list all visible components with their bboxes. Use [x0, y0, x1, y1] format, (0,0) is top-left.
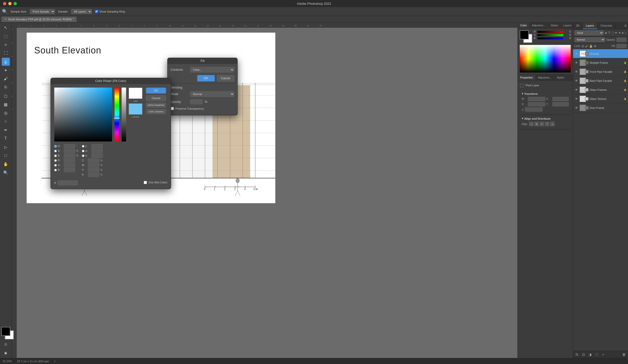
- m-input[interactable]: 5: [88, 163, 99, 167]
- b-radio[interactable]: [54, 155, 57, 157]
- effect-filter-icon[interactable]: ✦: [618, 31, 621, 35]
- delete-layer-button[interactable]: 🗑: [621, 352, 626, 357]
- screen-mode[interactable]: ▣: [2, 349, 10, 357]
- zoom-tool[interactable]: 🔍: [2, 169, 10, 177]
- y-input-props[interactable]: 16.37 cm: [552, 102, 569, 106]
- align-right-button[interactable]: ⊢: [540, 122, 544, 126]
- r-slider[interactable]: [537, 31, 563, 33]
- 3d-tab[interactable]: 3D: [573, 23, 583, 29]
- styles-tab[interactable]: Styles: [548, 23, 561, 28]
- path-select-tool[interactable]: ▷: [2, 143, 10, 151]
- canvas-area[interactable]: -2-1012345678910111213141516171819202122…: [12, 23, 517, 358]
- quick-mask-toggle[interactable]: ⊡: [2, 340, 10, 348]
- cp-gradient-area[interactable]: [54, 88, 112, 141]
- eyedropper-tool active[interactable]: 💧: [2, 58, 10, 66]
- g-radio[interactable]: [54, 164, 57, 167]
- layer-fx-button[interactable]: fx: [574, 352, 580, 357]
- hand-tool[interactable]: ✋: [2, 160, 10, 168]
- crop-tool[interactable]: ⛶: [2, 49, 10, 57]
- layer-item-glass-texture[interactable]: 👁 Glass Texture 🔒: [573, 94, 628, 103]
- sample-size-select[interactable]: Point Sample: [30, 9, 55, 14]
- blur-tool[interactable]: ◎: [2, 109, 10, 117]
- align-top-button[interactable]: ⊤: [545, 122, 549, 126]
- layers-kind-select[interactable]: Kind: [574, 30, 604, 35]
- layer-item-ground[interactable]: 👁 img Ground: [573, 49, 628, 58]
- c-input[interactable]: 7: [88, 158, 99, 163]
- swatches-tab[interactable]: Layers: [561, 23, 574, 28]
- b-input[interactable]: 95: [64, 154, 75, 158]
- b-slider[interactable]: [537, 37, 563, 39]
- b-rgb-input[interactable]: 241: [64, 168, 75, 172]
- move-tool[interactable]: ↖: [2, 24, 10, 32]
- select-tool[interactable]: ⬚: [2, 32, 10, 40]
- h-input-props[interactable]: 4.78 cm: [528, 102, 545, 106]
- visibility-icon-front-pipe[interactable]: 👁: [574, 70, 579, 74]
- adjustment-layer-button[interactable]: ◑: [588, 352, 593, 357]
- pen-tool[interactable]: ✒: [2, 126, 10, 134]
- dodge-tool[interactable]: ○: [2, 117, 10, 125]
- add-mask-button[interactable]: ⊡: [581, 352, 586, 357]
- opacity-input-layers[interactable]: 100%: [616, 38, 626, 42]
- close-button[interactable]: [3, 2, 6, 5]
- lock-art-board[interactable]: ⊕: [594, 44, 596, 48]
- type-icon[interactable]: T: [608, 31, 610, 35]
- visibility-icon-door-frame[interactable]: 👁: [574, 106, 579, 110]
- layers-tab[interactable]: Layers: [583, 23, 597, 29]
- layer-item-skylight[interactable]: 👁 Skylight Frame 🔒: [573, 58, 628, 67]
- text-tool[interactable]: T: [2, 134, 10, 142]
- visibility-icon-back-pipe[interactable]: 👁: [574, 79, 579, 83]
- visibility-icon-glass-texture[interactable]: 👁: [574, 97, 579, 101]
- h-radio[interactable]: [54, 145, 57, 148]
- filter-toggle[interactable]: ○: [625, 31, 626, 35]
- layer-item-door-frame[interactable]: 👁 Door Frame: [573, 103, 628, 112]
- show-sampling-checkbox[interactable]: [95, 10, 98, 13]
- l-input[interactable]: 95: [91, 144, 103, 148]
- align-left-button[interactable]: ⊣: [529, 122, 534, 126]
- web-colors-checkbox[interactable]: [144, 181, 147, 184]
- h-input[interactable]: 201: [64, 144, 75, 148]
- color-spectrum[interactable]: [520, 45, 571, 72]
- layer-item-front-pipe[interactable]: 👁 Front Pipe Facade 🔒: [573, 67, 628, 76]
- channels-tab[interactable]: Channels: [597, 23, 615, 29]
- adjustme-tab[interactable]: Adjustme...: [535, 75, 554, 80]
- foreground-color[interactable]: [1, 327, 10, 336]
- cp-color-libraries-button[interactable]: Color Libraries: [146, 109, 166, 114]
- layer-mode-select[interactable]: Normal: [574, 37, 605, 42]
- g-slider[interactable]: [537, 34, 563, 36]
- gradient-tool[interactable]: ▦: [2, 100, 10, 108]
- y-input[interactable]: 5: [88, 168, 99, 172]
- group-layer-button[interactable]: □: [594, 352, 599, 357]
- add-layer-button[interactable]: +: [601, 352, 606, 357]
- angle-input[interactable]: 0.00°: [525, 107, 543, 112]
- w-input[interactable]: 30.23 cm: [528, 97, 545, 101]
- b-lab-input[interactable]: 0: [91, 154, 103, 158]
- cp-alpha-strip[interactable]: [122, 88, 126, 141]
- color-tab[interactable]: Color: [518, 23, 529, 28]
- minimize-button[interactable]: [8, 2, 12, 5]
- properties-tab[interactable]: Properties: [518, 75, 535, 80]
- layers-menu-icon[interactable]: ≡: [623, 23, 628, 29]
- x-input[interactable]: -0.5 cm: [552, 97, 569, 101]
- layer-item-back-pipe[interactable]: 👁 Back Pipe Facade 🔒: [573, 76, 628, 85]
- clone-tool[interactable]: ⎘: [2, 83, 10, 91]
- s-input[interactable]: 0: [64, 149, 75, 153]
- fill-input-layers[interactable]: 100%: [616, 44, 626, 48]
- eraser-tool[interactable]: ◻: [2, 92, 10, 100]
- fill-cancel-button[interactable]: Cancel: [217, 75, 234, 82]
- maximize-button[interactable]: [14, 2, 17, 5]
- align-center-v-button[interactable]: ⊥: [550, 122, 555, 126]
- lasso-tool[interactable]: ⌾: [2, 41, 10, 49]
- path-filter-icon[interactable]: ✒: [615, 31, 617, 35]
- align-center-h-button[interactable]: ⊜: [534, 122, 539, 126]
- cp-cancel-button[interactable]: Cancel: [146, 95, 166, 101]
- k-input[interactable]: 0: [88, 173, 99, 177]
- mode-select[interactable]: Normal: [190, 91, 234, 97]
- s-radio[interactable]: [54, 150, 57, 152]
- adjustments-tab[interactable]: Adjustme...: [529, 23, 548, 28]
- b-rgb-radio[interactable]: [54, 169, 57, 171]
- r-radio[interactable]: [54, 159, 57, 162]
- b-lab-radio[interactable]: [82, 155, 84, 157]
- document-tab[interactable]: ✕ South Elevation PDF.pdf @ 33.3% (Groun…: [2, 17, 77, 22]
- lock-all-icon[interactable]: 🔒: [589, 44, 593, 48]
- visibility-icon-glass-frames[interactable]: 👁: [574, 88, 579, 92]
